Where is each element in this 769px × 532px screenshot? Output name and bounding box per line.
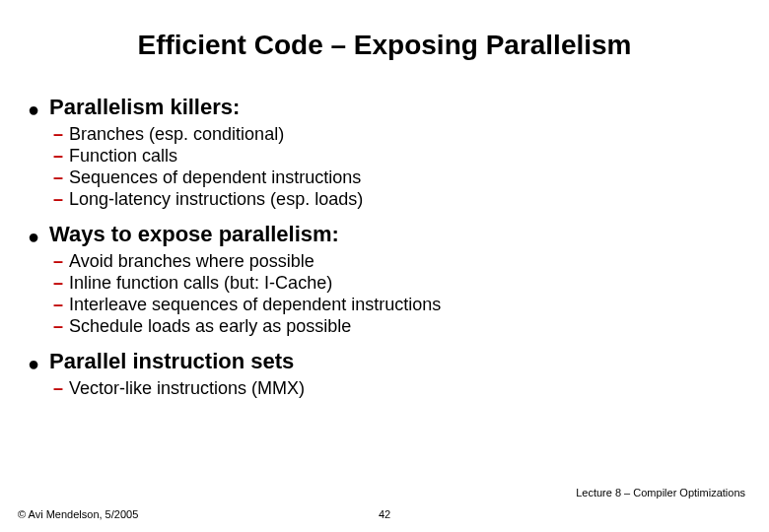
sub-list: –Avoid branches where possible –Inline f…	[53, 251, 741, 337]
sub-item: –Long-latency instructions (esp. loads)	[53, 189, 741, 210]
bullet-heading: Ways to expose parallelism:	[49, 222, 339, 247]
lecture-label: Lecture 8 – Compiler Optimizations	[18, 487, 751, 499]
sub-text: Long-latency instructions (esp. loads)	[69, 189, 363, 210]
sub-text: Branches (esp. conditional)	[69, 124, 284, 145]
sub-text: Avoid branches where possible	[69, 251, 315, 272]
bullet-section: ● Parallelism killers: –Branches (esp. c…	[28, 95, 741, 210]
sub-item: –Function calls	[53, 146, 741, 166]
sub-item: –Schedule loads as early as possible	[53, 316, 741, 337]
bullet-section: ● Ways to expose parallelism: –Avoid bra…	[28, 222, 741, 337]
bullet-heading: Parallel instruction sets	[49, 349, 294, 374]
sub-text: Vector-like instructions (MMX)	[69, 378, 305, 399]
dash-icon: –	[53, 273, 63, 294]
sub-item: –Sequences of dependent instructions	[53, 167, 741, 188]
sub-item: –Avoid branches where possible	[53, 251, 741, 272]
bullet-heading: Parallelism killers:	[49, 95, 240, 120]
bullet-item: ● Parallelism killers:	[28, 95, 741, 120]
dash-icon: –	[53, 189, 63, 210]
sub-item: –Branches (esp. conditional)	[53, 124, 741, 145]
bullet-item: ● Ways to expose parallelism:	[28, 222, 741, 247]
sub-text: Sequences of dependent instructions	[69, 167, 361, 188]
dash-icon: –	[53, 124, 63, 145]
bullet-section: ● Parallel instruction sets –Vector-like…	[28, 349, 741, 399]
slide: Efficient Code – Exposing Parallelism ● …	[0, 0, 769, 532]
page-number: 42	[379, 508, 390, 520]
sub-item: –Inline function calls (but: I-Cache)	[53, 273, 741, 294]
dash-icon: –	[53, 167, 63, 188]
bullet-icon: ●	[28, 354, 39, 373]
dash-icon: –	[53, 146, 63, 166]
copyright-text: © Avi Mendelson, 5/2005	[18, 508, 138, 520]
bullet-icon: ●	[28, 227, 39, 246]
sub-text: Schedule loads as early as possible	[69, 316, 351, 337]
sub-text: Inline function calls (but: I-Cache)	[69, 273, 332, 294]
sub-text: Function calls	[69, 146, 177, 166]
dash-icon: –	[53, 295, 63, 315]
sub-text: Interleave sequences of dependent instru…	[69, 295, 441, 315]
bullet-item: ● Parallel instruction sets	[28, 349, 741, 374]
dash-icon: –	[53, 378, 63, 399]
dash-icon: –	[53, 251, 63, 272]
slide-title: Efficient Code – Exposing Parallelism	[28, 30, 741, 61]
dash-icon: –	[53, 316, 63, 337]
bullet-icon: ●	[28, 100, 39, 119]
sub-list: –Vector-like instructions (MMX)	[53, 378, 741, 399]
sub-list: –Branches (esp. conditional) –Function c…	[53, 124, 741, 210]
sub-item: –Interleave sequences of dependent instr…	[53, 295, 741, 315]
sub-item: –Vector-like instructions (MMX)	[53, 378, 741, 399]
